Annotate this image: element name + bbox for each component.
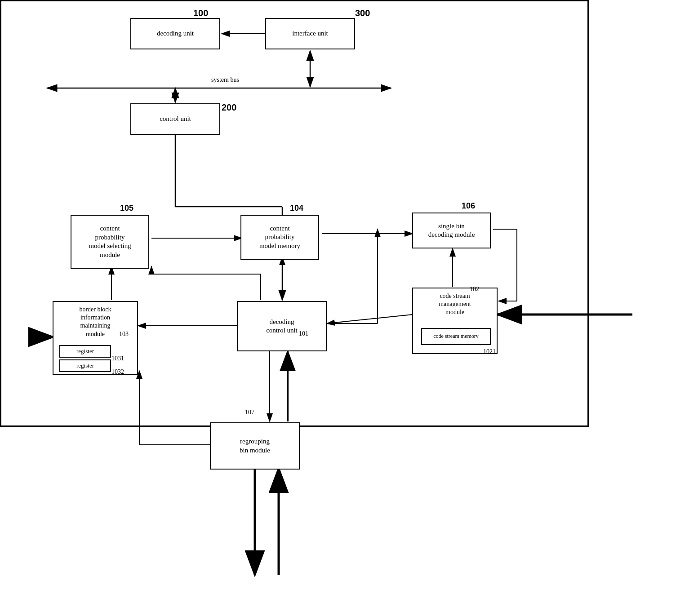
ref-107: 107 (245, 409, 254, 416)
ref-102: 102 (470, 286, 479, 293)
single-bin-decoding-label: single bin decoding module (428, 222, 475, 239)
interface-unit-label: interface unit (292, 29, 328, 38)
content-prob-select-label: content probability model selecting modu… (89, 224, 131, 259)
ref-106: 106 (462, 201, 475, 211)
ref-1031: 1031 (111, 355, 124, 362)
decoding-control-label: decoding control unit (266, 318, 298, 335)
ref-104: 104 (290, 204, 303, 213)
decoding-unit-box: decoding unit (130, 18, 220, 49)
register2-box: register (59, 359, 111, 372)
ref-100: 100 (193, 8, 208, 18)
code-stream-memory-box: code stream memory (421, 328, 491, 345)
content-prob-memory-label: content probability model memory (259, 224, 300, 251)
diagram: decoding unit interface unit 100 300 sys… (0, 0, 676, 616)
control-unit-label: control unit (160, 115, 191, 124)
decoding-control-box: decoding control unit (237, 301, 327, 351)
interface-unit-box: interface unit (265, 18, 355, 49)
regrouping-bin-box: regrouping bin module (210, 422, 300, 470)
ref-1032: 1032 (111, 368, 124, 376)
system-bus-label: system bus (211, 76, 239, 84)
ref-1021: 1021 (483, 348, 496, 355)
regrouping-bin-label: regrouping bin module (240, 437, 270, 455)
ref-101: 101 (299, 330, 308, 337)
ref-300: 300 (355, 8, 370, 18)
border-block-label: border block information maintaining mod… (79, 306, 111, 338)
ref-105: 105 (120, 204, 133, 213)
ref-200: 200 (222, 102, 236, 113)
content-prob-select-box: content probability model selecting modu… (71, 215, 149, 269)
ref-103: 103 (119, 331, 129, 338)
decoding-unit-label: decoding unit (157, 29, 194, 38)
control-unit-box: control unit (130, 103, 220, 135)
single-bin-decoding-box: single bin decoding module (412, 213, 491, 248)
register1-box: register (59, 345, 111, 358)
code-stream-mgmt-label: code stream management module (439, 292, 471, 317)
content-prob-memory-box: content probability model memory (240, 215, 319, 260)
